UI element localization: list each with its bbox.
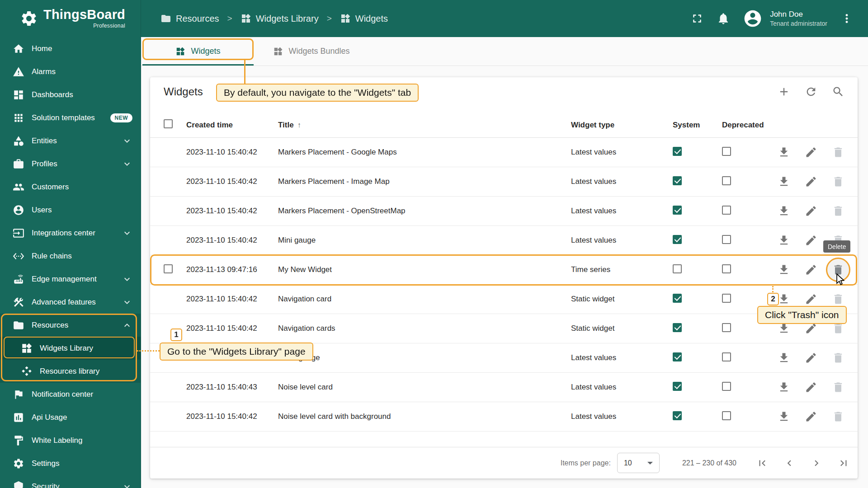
- download-icon[interactable]: [778, 205, 790, 217]
- select-all-checkbox[interactable]: [164, 119, 173, 128]
- sidebar-item-security[interactable]: Security: [0, 475, 141, 488]
- column-header-system[interactable]: System: [673, 121, 722, 130]
- edit-icon[interactable]: [805, 175, 817, 188]
- bell-icon[interactable]: [717, 12, 730, 25]
- download-icon[interactable]: [778, 352, 790, 364]
- sidebar-item-dashboards[interactable]: Dashboards: [0, 83, 141, 106]
- sidebar-item-resources[interactable]: Resources: [0, 314, 141, 337]
- column-header-created-time[interactable]: Created time: [186, 121, 278, 130]
- breadcrumb-widgets-library[interactable]: Widgets Library: [241, 13, 319, 24]
- sidebar-item-alarms[interactable]: Alarms: [0, 60, 141, 83]
- download-icon[interactable]: [778, 410, 790, 423]
- download-icon[interactable]: [778, 293, 790, 305]
- edit-icon[interactable]: [805, 234, 817, 247]
- sidebar-item-profiles[interactable]: Profiles: [0, 152, 141, 175]
- deprecated-checkbox[interactable]: [722, 323, 731, 332]
- edit-icon[interactable]: [805, 263, 817, 276]
- trash-icon[interactable]: [832, 410, 844, 423]
- sidebar-item-advanced-features[interactable]: Advanced features: [0, 291, 141, 314]
- last-page-icon[interactable]: [838, 457, 849, 469]
- system-checkbox[interactable]: [673, 206, 682, 215]
- trash-icon[interactable]: [832, 234, 844, 247]
- tab-widgets-bundles[interactable]: Widgets Bundles: [260, 37, 363, 66]
- column-header-widget-type[interactable]: Widget type: [571, 121, 673, 130]
- table-row[interactable]: 2023-11-10 15:40:42 Markers Placement - …: [150, 197, 858, 226]
- system-checkbox[interactable]: [673, 294, 682, 303]
- table-row[interactable]: 2023-11-13 09:47:16 My New Widget Time s…: [150, 255, 858, 285]
- download-icon[interactable]: [778, 322, 790, 335]
- sidebar-item-settings[interactable]: Settings: [0, 452, 141, 475]
- deprecated-checkbox[interactable]: [722, 206, 731, 215]
- trash-icon[interactable]: [832, 205, 844, 217]
- column-header-deprecated[interactable]: Deprecated: [722, 121, 772, 130]
- trash-icon[interactable]: [832, 381, 844, 394]
- table-row[interactable]: 2023-11-10 15:40:42 Navigation card Stat…: [150, 285, 858, 314]
- trash-icon[interactable]: [832, 322, 844, 335]
- breadcrumb-resources[interactable]: Resources: [160, 13, 219, 24]
- sidebar-item-edge-management[interactable]: Edge management: [0, 267, 141, 291]
- sidebar-item-home[interactable]: Home: [0, 37, 141, 60]
- deprecated-checkbox[interactable]: [722, 352, 731, 361]
- sidebar-item-resources-library[interactable]: Resources library: [0, 360, 141, 383]
- kebab-icon[interactable]: [840, 12, 854, 25]
- edit-icon[interactable]: [805, 146, 817, 159]
- avatar[interactable]: [743, 9, 763, 28]
- table-row[interactable]: 2023-11-10 15:40:43 Noise level card Lat…: [150, 373, 858, 402]
- sidebar-item-widgets-library[interactable]: Widgets Library: [0, 337, 141, 360]
- deprecated-checkbox[interactable]: [722, 235, 731, 244]
- app-logo[interactable]: ThingsBoard Professional: [0, 0, 141, 37]
- page-size-select[interactable]: 10: [617, 453, 660, 473]
- next-page-icon[interactable]: [811, 457, 822, 469]
- download-icon[interactable]: [778, 234, 790, 247]
- row-checkbox[interactable]: [164, 264, 173, 273]
- sidebar-item-users[interactable]: Users: [0, 198, 141, 221]
- table-row[interactable]: 2023-11-10 15:40:42 Neon gauge Latest va…: [150, 343, 858, 373]
- deprecated-checkbox[interactable]: [722, 382, 731, 391]
- sidebar-item-rule-chains[interactable]: Rule chains: [0, 244, 141, 267]
- deprecated-checkbox[interactable]: [722, 411, 731, 420]
- prev-page-icon[interactable]: [783, 457, 795, 469]
- table-row[interactable]: 2023-11-10 15:40:42 Markers Placement - …: [150, 138, 858, 167]
- trash-icon[interactable]: [832, 293, 844, 305]
- trash-icon[interactable]: [832, 263, 844, 276]
- system-checkbox[interactable]: [673, 176, 682, 185]
- breadcrumb-widgets[interactable]: Widgets: [340, 13, 388, 24]
- edit-icon[interactable]: [805, 205, 817, 217]
- trash-icon[interactable]: [832, 175, 844, 188]
- edit-icon[interactable]: [805, 293, 817, 305]
- system-checkbox[interactable]: [673, 264, 682, 273]
- column-header-title[interactable]: Title↑: [278, 121, 571, 130]
- download-icon[interactable]: [778, 175, 790, 188]
- table-row[interactable]: 2023-11-10 15:40:42 Noise level card wit…: [150, 402, 858, 432]
- sidebar-item-integrations-center[interactable]: Integrations center: [0, 221, 141, 244]
- download-icon[interactable]: [778, 146, 790, 159]
- edit-icon[interactable]: [805, 410, 817, 423]
- refresh-icon[interactable]: [805, 85, 817, 98]
- system-checkbox[interactable]: [673, 352, 682, 361]
- tab-widgets[interactable]: Widgets: [142, 37, 254, 66]
- table-row[interactable]: 2023-11-10 15:40:42 Mini gauge Latest va…: [150, 226, 858, 255]
- system-checkbox[interactable]: [673, 323, 682, 332]
- edit-icon[interactable]: [805, 322, 817, 335]
- sidebar-item-solution-templates[interactable]: Solution templatesNEW: [0, 106, 141, 129]
- search-icon[interactable]: [832, 85, 844, 98]
- download-icon[interactable]: [778, 263, 790, 276]
- deprecated-checkbox[interactable]: [722, 147, 731, 156]
- sidebar-item-customers[interactable]: Customers: [0, 175, 141, 198]
- deprecated-checkbox[interactable]: [722, 294, 731, 303]
- sidebar-item-entities[interactable]: Entities: [0, 129, 141, 152]
- table-row[interactable]: 2023-11-10 15:40:42 Navigation cards Sta…: [150, 314, 858, 343]
- download-icon[interactable]: [778, 381, 790, 394]
- sidebar-item-white-labeling[interactable]: White Labeling: [0, 429, 141, 452]
- system-checkbox[interactable]: [673, 411, 682, 420]
- fullscreen-icon[interactable]: [690, 12, 704, 25]
- trash-icon[interactable]: [832, 352, 844, 364]
- trash-icon[interactable]: [832, 146, 844, 159]
- system-checkbox[interactable]: [673, 235, 682, 244]
- sidebar-item-notification-center[interactable]: Notification center: [0, 383, 141, 406]
- system-checkbox[interactable]: [673, 382, 682, 391]
- table-row[interactable]: 2023-11-10 15:40:42 Markers Placement - …: [150, 167, 858, 197]
- sidebar-item-api-usage[interactable]: Api Usage: [0, 406, 141, 429]
- edit-icon[interactable]: [805, 381, 817, 394]
- system-checkbox[interactable]: [673, 147, 682, 156]
